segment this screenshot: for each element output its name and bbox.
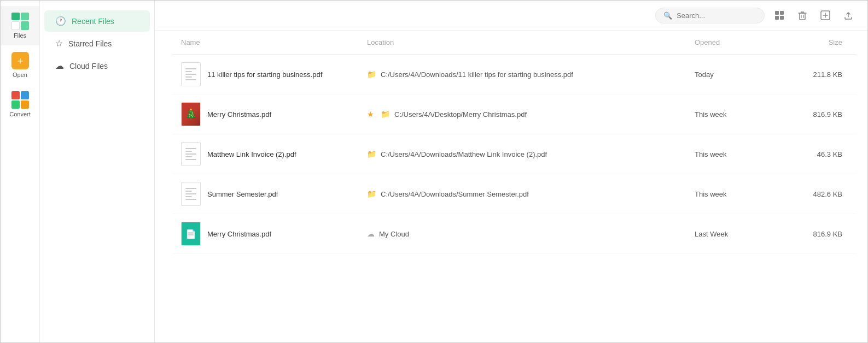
upload-button[interactable]: [840, 7, 857, 23]
opened-cell: This week: [695, 190, 782, 198]
nav-item-starred[interactable]: ☆ Starred Files: [44, 33, 150, 54]
table-row[interactable]: 11 killer tips for starting business.pdf…: [172, 55, 857, 94]
svg-rect-3: [780, 16, 784, 20]
col-size-header: Size: [782, 38, 848, 46]
star-icon: ☆: [55, 38, 63, 49]
svg-rect-4: [800, 13, 805, 20]
size-cell: 211.8 KB: [782, 70, 848, 79]
nav-item-recent[interactable]: 🕐 Recent Files: [44, 10, 150, 32]
toolbar: 🔍: [155, 1, 867, 31]
search-icon: 🔍: [663, 11, 672, 20]
search-box[interactable]: 🔍: [655, 8, 765, 23]
file-name: Merry Christmas.pdf: [207, 110, 271, 119]
convert-icon: [11, 91, 29, 109]
table-row[interactable]: Summer Semester.pdf 📁 C:/Users/4A/Downlo…: [172, 174, 857, 214]
files-icon: [11, 13, 29, 30]
grid-view-button[interactable]: [771, 7, 788, 23]
file-thumbnail: [181, 142, 201, 166]
nav-label-starred: Starred Files: [68, 39, 112, 48]
location-cell: ☁ My Cloud: [367, 229, 695, 238]
folder-icon: 📁: [367, 190, 376, 198]
nav-sidebar: 🕐 Recent Files ☆ Starred Files ☁ Cloud F…: [40, 1, 155, 342]
file-name: Merry Christmas.pdf: [207, 230, 271, 238]
sidebar-item-files[interactable]: Files: [1, 6, 39, 45]
file-name-cell: 11 killer tips for starting business.pdf: [181, 62, 367, 86]
nav-label-cloud: Cloud Files: [69, 62, 108, 70]
svg-rect-0: [775, 11, 779, 15]
file-name-cell: 📄 Merry Christmas.pdf: [181, 222, 367, 246]
svg-rect-1: [780, 11, 784, 15]
location-cell: 📁 C:/Users/4A/Downloads/Summer Semester.…: [367, 190, 695, 198]
file-name-cell: 🎄 Merry Christmas.pdf: [181, 102, 367, 126]
table-row[interactable]: Matthew Link Invoice (2).pdf 📁 C:/Users/…: [172, 134, 857, 174]
search-input[interactable]: [677, 11, 756, 20]
location-cell: 📁 C:/Users/4A/Downloads/11 killer tips f…: [367, 70, 695, 79]
location-text: My Cloud: [379, 230, 409, 238]
file-name: 11 killer tips for starting business.pdf: [207, 70, 322, 79]
size-cell: 816.9 KB: [782, 230, 848, 238]
nav-item-cloud[interactable]: ☁ Cloud Files: [44, 55, 150, 76]
file-name-cell: Summer Semester.pdf: [181, 182, 367, 206]
sidebar-item-convert[interactable]: Convert: [1, 85, 39, 124]
icon-sidebar: Files ＋ Open Convert: [1, 1, 40, 342]
file-thumbnail: 📄: [181, 222, 201, 246]
file-name: Matthew Link Invoice (2).pdf: [207, 150, 296, 158]
starred-icon: ★: [367, 110, 374, 119]
size-cell: 816.9 KB: [782, 110, 848, 119]
app-container: Files ＋ Open Convert 🕐 Recent Files ☆: [0, 0, 868, 343]
file-thumbnail: [181, 62, 201, 86]
location-text: C:/Users/4A/Desktop/Merry Christmas.pdf: [394, 110, 527, 119]
open-label: Open: [13, 72, 27, 78]
cloud-icon: ☁: [55, 61, 64, 71]
cloud-icon: ☁: [367, 229, 375, 238]
trash-button[interactable]: [794, 7, 811, 23]
col-location-header: Location: [367, 38, 695, 46]
add-button[interactable]: [817, 7, 834, 23]
folder-icon: 📁: [367, 150, 376, 158]
size-cell: 482.6 KB: [782, 190, 848, 198]
opened-cell: Today: [695, 70, 782, 79]
file-name: Summer Semester.pdf: [207, 190, 278, 198]
convert-label: Convert: [9, 111, 31, 117]
main-content: 🔍 Name Location Opened Size: [155, 1, 867, 342]
svg-rect-2: [775, 16, 779, 20]
recent-icon: 🕐: [55, 16, 66, 26]
col-name-header: Name: [181, 38, 367, 46]
folder-icon: 📁: [381, 110, 390, 119]
open-icon: ＋: [11, 52, 29, 69]
table-header: Name Location Opened Size: [172, 31, 857, 55]
table-row[interactable]: 📄 Merry Christmas.pdf ☁ My Cloud Last We…: [172, 214, 857, 254]
opened-cell: This week: [695, 150, 782, 158]
col-opened-header: Opened: [695, 38, 782, 46]
file-thumbnail: [181, 182, 201, 206]
size-cell: 46.3 KB: [782, 150, 848, 158]
opened-cell: This week: [695, 110, 782, 119]
location-cell: ★ 📁 C:/Users/4A/Desktop/Merry Christmas.…: [367, 110, 695, 119]
files-label: Files: [14, 32, 26, 39]
file-thumbnail: 🎄: [181, 102, 201, 126]
opened-cell: Last Week: [695, 230, 782, 238]
nav-label-recent: Recent Files: [72, 17, 114, 26]
table-row[interactable]: 🎄 Merry Christmas.pdf ★ 📁 C:/Users/4A/De…: [172, 94, 857, 134]
location-text: C:/Users/4A/Downloads/11 killer tips for…: [381, 70, 573, 79]
file-table: Name Location Opened Size: [155, 31, 867, 342]
folder-icon: 📁: [367, 70, 376, 79]
sidebar-item-open[interactable]: ＋ Open: [1, 45, 39, 85]
location-cell: 📁 C:/Users/4A/Downloads/Matthew Link Inv…: [367, 150, 695, 158]
location-text: C:/Users/4A/Downloads/Matthew Link Invoi…: [381, 150, 547, 158]
file-name-cell: Matthew Link Invoice (2).pdf: [181, 142, 367, 166]
location-text: C:/Users/4A/Downloads/Summer Semester.pd…: [381, 190, 529, 198]
